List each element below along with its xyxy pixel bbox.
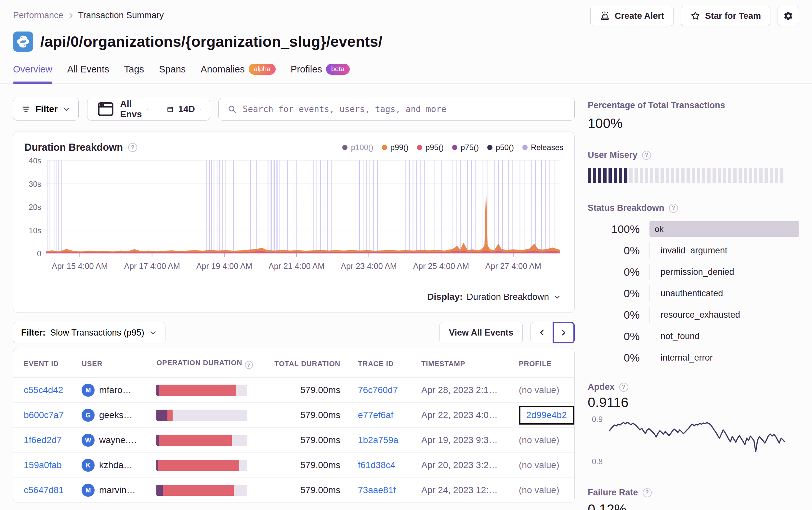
- beta-badge: beta: [326, 64, 350, 75]
- legend-item-Releases[interactable]: Releases: [522, 143, 563, 152]
- misery-segment: [588, 168, 591, 183]
- user-misery-bar: [588, 168, 799, 183]
- status-zero-tick: [649, 264, 650, 280]
- legend-label: p50(): [496, 143, 514, 152]
- tab-overview[interactable]: Overview: [13, 64, 52, 83]
- svg-text:0.8: 0.8: [592, 457, 603, 466]
- tab-label: Profiles: [291, 64, 322, 75]
- event-id-link[interactable]: 159a0fab: [24, 460, 62, 470]
- siren-icon: [600, 11, 610, 21]
- status-label: invalid_argument: [649, 246, 727, 256]
- svg-text:10s: 10s: [29, 226, 41, 235]
- event-id-link[interactable]: c5647d81: [24, 485, 64, 495]
- user-name: wayne.…: [99, 435, 137, 445]
- svg-text:Apr 17 4:00 AM: Apr 17 4:00 AM: [124, 262, 180, 271]
- display-row: Display: Duration Breakdown: [24, 287, 563, 307]
- filter-row: Filter All Envs 14D: [13, 98, 575, 121]
- status-percent: 0%: [588, 244, 640, 257]
- event-id-link[interactable]: b600c7a7: [24, 410, 64, 420]
- tab-anomalies[interactable]: Anomaliesalpha: [201, 64, 276, 83]
- help-icon[interactable]: ?: [642, 151, 651, 160]
- svg-text:0.9: 0.9: [592, 415, 603, 424]
- status-label: ok: [655, 224, 663, 234]
- misery-segment: [593, 168, 596, 183]
- legend-item-p100[interactable]: p100(): [342, 143, 373, 152]
- duration-breakdown-chart[interactable]: 40s30s20s10s0Apr 15 4:00 AMApr 17 4:00 A…: [24, 157, 563, 287]
- next-page-button[interactable]: [553, 322, 575, 343]
- total-duration-value: 579.00ms: [265, 428, 345, 453]
- tab-profiles[interactable]: Profilesbeta: [291, 64, 350, 83]
- tab-spans[interactable]: Spans: [159, 64, 185, 83]
- help-icon[interactable]: ?: [245, 361, 253, 369]
- misery-segment: [775, 168, 778, 183]
- tab-tags[interactable]: Tags: [124, 64, 144, 83]
- help-icon[interactable]: ?: [643, 488, 652, 497]
- legend-dot-icon: [452, 145, 457, 150]
- duration-breakdown-panel: Duration Breakdown ? p100()p99()p95()p75…: [13, 131, 575, 313]
- misery-segment: [629, 168, 633, 183]
- misery-segment: [770, 168, 773, 183]
- chevron-left-icon: [537, 328, 546, 337]
- legend-dot-icon: [487, 145, 492, 150]
- legend-dot-icon: [522, 145, 528, 150]
- create-alert-button[interactable]: Create Alert: [590, 6, 673, 26]
- misery-segment: [723, 168, 726, 183]
- breadcrumb-performance-link[interactable]: Performance: [13, 10, 63, 21]
- table-row: 159a0fabKkzhda…579.00msf61d38c4Apr 20, 2…: [13, 453, 574, 478]
- transactions-filter-dropdown[interactable]: Filter: Slow Transactions (p95): [13, 322, 166, 343]
- pagination: [530, 322, 575, 343]
- tab-all-events[interactable]: All Events: [67, 64, 109, 83]
- misery-segment: [603, 168, 607, 183]
- tab-label: Spans: [159, 64, 185, 75]
- operation-duration-bar: [156, 460, 248, 471]
- trace-id-link[interactable]: f61d38c4: [358, 460, 395, 470]
- event-id-link[interactable]: c55c4d42: [24, 385, 63, 395]
- total-duration-value: 579.00ms: [265, 378, 345, 403]
- status-percent: 0%: [588, 309, 640, 321]
- column-header-operation-duration: OPERATION DURATION?: [153, 348, 265, 378]
- user-misery-label: User Misery: [588, 150, 637, 160]
- trace-id-link[interactable]: 1b2a759a: [358, 435, 399, 445]
- profile-no-value: (no value): [519, 435, 559, 445]
- legend-item-p95[interactable]: p95(): [417, 143, 444, 152]
- star-for-team-button[interactable]: Star for Team: [681, 6, 771, 26]
- user-cell: Wwayne.…: [82, 434, 150, 447]
- legend-item-p75[interactable]: p75(): [452, 143, 479, 152]
- svg-text:0: 0: [37, 249, 41, 258]
- legend-dot-icon: [417, 145, 422, 150]
- status-label: unauthenticated: [649, 289, 723, 299]
- status-label: internal_error: [649, 353, 713, 363]
- svg-text:30s: 30s: [29, 180, 41, 188]
- legend-item-p99[interactable]: p99(): [382, 143, 409, 152]
- trace-id-link[interactable]: 76c760d7: [358, 385, 398, 395]
- breadcrumb-current: Transaction Summary: [78, 10, 164, 21]
- environment-dropdown[interactable]: All Envs: [87, 98, 158, 120]
- help-icon[interactable]: ?: [128, 143, 137, 152]
- help-icon[interactable]: ?: [669, 204, 678, 213]
- view-all-events-button[interactable]: View All Events: [439, 322, 523, 343]
- apdex-value: 0.9116: [588, 395, 799, 410]
- date-range-dropdown[interactable]: 14D: [158, 98, 209, 120]
- settings-button[interactable]: [778, 6, 799, 26]
- transactions-filter-value: Slow Transactions (p95): [50, 328, 144, 338]
- filter-icon: [21, 104, 31, 114]
- legend-item-p50[interactable]: p50(): [487, 143, 514, 152]
- status-zero-tick: [649, 285, 650, 301]
- trace-id-link[interactable]: e77ef6af: [358, 410, 393, 420]
- profile-link[interactable]: 2d99e4b2: [526, 410, 567, 420]
- help-icon[interactable]: ?: [619, 383, 628, 392]
- search-input[interactable]: [243, 104, 566, 114]
- trace-id-link[interactable]: 73aae81f: [358, 485, 396, 495]
- svg-text:Apr 15 4:00 AM: Apr 15 4:00 AM: [52, 262, 108, 271]
- table-row: b600c7a7Ggeeks…579.00mse77ef6afApr 22, 2…: [13, 403, 574, 428]
- previous-page-button[interactable]: [530, 322, 553, 343]
- svg-text:20s: 20s: [29, 203, 41, 211]
- misery-segment: [764, 168, 768, 183]
- display-dropdown[interactable]: Duration Breakdown: [466, 292, 561, 302]
- table-row: c55c4d42Mmfaro…579.00ms76c760d7Apr 28, 2…: [13, 378, 574, 403]
- column-header-user: USER: [78, 348, 153, 378]
- operation-duration-bar: [156, 410, 248, 421]
- event-id-link[interactable]: 1f6ed2d7: [24, 435, 62, 445]
- filter-dropdown[interactable]: Filter: [13, 98, 79, 121]
- misery-segment: [759, 168, 762, 183]
